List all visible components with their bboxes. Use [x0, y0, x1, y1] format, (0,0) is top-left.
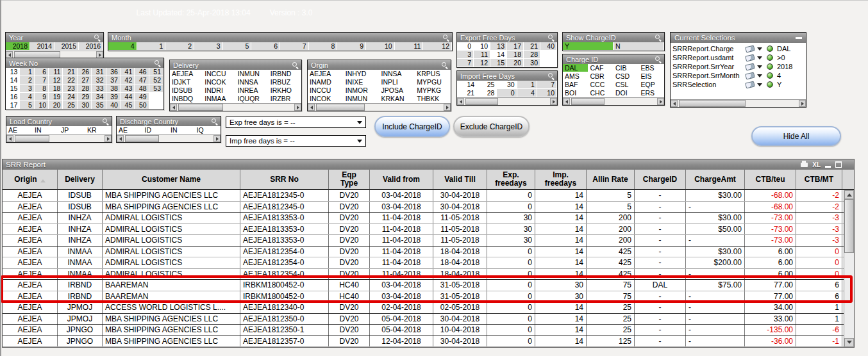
discharge_country-value[interactable]: ID: [143, 126, 169, 134]
cell-exp-freedays[interactable]: 30: [487, 235, 535, 246]
cell-ctb-mt[interactable]: -2: [796, 202, 842, 213]
cell-origin[interactable]: AEJEA: [3, 235, 58, 246]
week_no-value[interactable]: 28: [78, 85, 92, 93]
cell-customer-name[interactable]: MBA SHIPPING AGENCIES LLC: [103, 325, 240, 336]
origin-value[interactable]: MYPGU: [415, 78, 451, 86]
week_no-value[interactable]: 42: [121, 76, 135, 85]
cell-allin-rate[interactable]: 200: [587, 213, 635, 223]
cell-eqp-type[interactable]: HC40: [329, 291, 370, 302]
origin-value[interactable]: JPOSA: [380, 86, 415, 95]
cell-customer-name[interactable]: ADMIRAL LOGISTICS: [103, 247, 240, 257]
show_chargeid-caption[interactable]: Show ChargeID: [563, 33, 664, 42]
month-value[interactable]: 2: [165, 42, 194, 51]
origin-value[interactable]: INCCU: [308, 86, 344, 95]
month-value[interactable]: 7: [280, 42, 309, 51]
week_no-value[interactable]: 22: [63, 76, 77, 85]
import_free_days-value[interactable]: 1: [517, 81, 537, 89]
cell-valid-from[interactable]: 03-04-2018: [370, 202, 433, 213]
charge_id-value[interactable]: CCC: [588, 81, 614, 89]
scroll-right-button[interactable]: [550, 98, 557, 105]
export_free_days-value[interactable]: 30: [524, 59, 540, 67]
cell-delivery[interactable]: INHZA: [58, 224, 103, 235]
week_no-value[interactable]: 40: [106, 101, 121, 109]
origin-value[interactable]: INAMD: [308, 78, 344, 86]
cell-ctb-teu[interactable]: -68.00: [745, 202, 796, 213]
cell-exp-freedays[interactable]: 0: [487, 190, 535, 201]
delivery-value[interactable]: IDJKT: [170, 78, 203, 86]
cell-ctb-mt[interactable]: -3: [796, 224, 842, 235]
cell-srr-no[interactable]: AEJEA1812357-0: [240, 336, 329, 347]
week_no-value[interactable]: 21: [63, 68, 77, 76]
load_country-value[interactable]: IN: [33, 126, 59, 134]
month-value[interactable]: 9: [337, 42, 366, 51]
week_no-value[interactable]: 8: [35, 85, 49, 93]
cell-eqp-type[interactable]: DV20: [329, 213, 370, 223]
excel-export-icon[interactable]: XL: [812, 161, 821, 168]
chevron-down-icon[interactable]: [757, 47, 762, 53]
cell-valid-from[interactable]: 11-04-2018: [370, 247, 433, 257]
cell-ctb-teu[interactable]: -73.00: [745, 224, 796, 235]
cell-exp-freedays[interactable]: 30: [487, 213, 535, 223]
show_chargeid-value[interactable]: N: [613, 42, 664, 51]
week_no-value[interactable]: 46: [135, 68, 149, 76]
cell-ctb-teu[interactable]: 33.00: [745, 314, 796, 325]
search-icon[interactable]: [441, 61, 448, 69]
export_free_days-value[interactable]: 3: [457, 51, 474, 59]
cell-delivery[interactable]: IDSUB: [58, 202, 103, 213]
search-icon[interactable]: [94, 34, 101, 41]
delivery-value[interactable]: INCCU: [203, 70, 235, 78]
cell-srr-no[interactable]: AEJEA1812345-0: [240, 202, 329, 213]
scroll-right-button[interactable]: [104, 135, 112, 142]
hide-all-button[interactable]: Hide All: [751, 126, 841, 146]
search-icon[interactable]: [102, 118, 109, 125]
week_no-value[interactable]: 16: [6, 93, 20, 101]
cell-delivery[interactable]: INHZA: [58, 213, 103, 223]
week_no-value[interactable]: 15: [6, 85, 20, 93]
charge_id-value[interactable]: CAF: [588, 64, 614, 72]
horizontal-scrollbar[interactable]: [117, 134, 221, 142]
delivery-value[interactable]: INREA: [236, 86, 269, 95]
week_no-value[interactable]: 51: [149, 68, 163, 76]
cell-chargeamt[interactable]: -: [686, 202, 745, 213]
cell-ctb-teu[interactable]: 6.00: [745, 257, 796, 268]
week_no-value[interactable]: 49: [135, 93, 149, 101]
cell-origin[interactable]: AEJEA: [3, 190, 58, 201]
charge_id-value[interactable]: CSD: [613, 72, 639, 81]
cell-allin-rate[interactable]: 425: [587, 257, 635, 268]
week_no-value[interactable]: 24: [63, 93, 77, 101]
charge_id-value[interactable]: DOI: [613, 89, 639, 97]
cell-ctb-teu[interactable]: 77.00: [745, 291, 796, 302]
cell-srr-no[interactable]: AEJEA1812354-0: [240, 247, 329, 257]
week_no-value[interactable]: 50: [135, 101, 149, 109]
cell-imp-freedays[interactable]: 14: [535, 224, 587, 235]
delivery-value[interactable]: INMAA: [203, 95, 235, 103]
chevron-down-icon[interactable]: [757, 83, 762, 89]
export_free_days-value[interactable]: 7: [457, 59, 474, 67]
delivery-value[interactable]: INCOK: [203, 78, 235, 86]
year-caption[interactable]: Year: [6, 33, 103, 42]
month-caption[interactable]: Month: [108, 33, 452, 42]
cell-valid-till[interactable]: 18-04-2018: [433, 269, 487, 280]
scrollbar-track[interactable]: [13, 135, 104, 142]
week_no-value[interactable]: 29: [78, 93, 92, 101]
column-header-origin[interactable]: Origin: [3, 170, 58, 189]
horizontal-scrollbar[interactable]: [170, 103, 301, 111]
cell-valid-from[interactable]: 11-04-2018: [370, 235, 433, 246]
cell-delivery[interactable]: JPMOJ: [58, 314, 103, 325]
month-value[interactable]: 3: [194, 42, 223, 51]
column-header-valid-till[interactable]: Valid Till: [433, 170, 487, 189]
import_free_days-caption[interactable]: Import Free Days: [457, 71, 557, 81]
cell-allin-rate[interactable]: 200: [587, 224, 635, 235]
week_no-value[interactable]: 39: [106, 93, 121, 101]
cell-chargeid[interactable]: -: [635, 314, 686, 325]
scrollbar-thumb[interactable]: [15, 135, 49, 142]
charge_id-value[interactable]: CSL: [613, 81, 639, 89]
cell-origin[interactable]: AEJEA: [3, 280, 58, 291]
cell-valid-from[interactable]: 11-04-2018: [370, 224, 433, 235]
column-header-ctb-teu[interactable]: CTB/teu: [745, 170, 796, 189]
scroll-down-button[interactable]: [844, 338, 854, 347]
horizontal-scrollbar[interactable]: [671, 99, 806, 107]
week_no-value[interactable]: 36: [106, 68, 121, 76]
cell-exp-freedays[interactable]: 0: [487, 280, 535, 291]
vertical-scrollbar[interactable]: [844, 190, 854, 347]
